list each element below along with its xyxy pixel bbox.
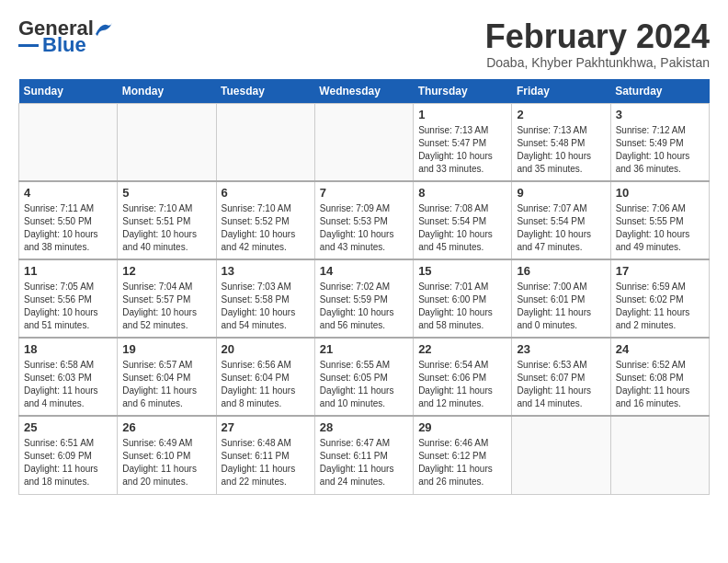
- calendar-cell: 2Sunrise: 7:13 AM Sunset: 5:48 PM Daylig…: [512, 103, 610, 181]
- calendar-cell: 19Sunrise: 6:57 AM Sunset: 6:04 PM Dayli…: [118, 338, 216, 416]
- day-info: Sunrise: 7:11 AM Sunset: 5:50 PM Dayligh…: [24, 202, 112, 254]
- calendar-cell: 4Sunrise: 7:11 AM Sunset: 5:50 PM Daylig…: [19, 181, 118, 259]
- calendar-cell: 9Sunrise: 7:07 AM Sunset: 5:54 PM Daylig…: [512, 181, 610, 259]
- day-number: 10: [616, 186, 704, 200]
- day-info: Sunrise: 7:10 AM Sunset: 5:52 PM Dayligh…: [222, 202, 310, 254]
- day-number: 19: [122, 342, 210, 356]
- calendar-cell: 22Sunrise: 6:54 AM Sunset: 6:06 PM Dayli…: [414, 338, 512, 416]
- calendar-cell: [19, 103, 118, 181]
- day-info: Sunrise: 7:06 AM Sunset: 5:55 PM Dayligh…: [616, 202, 704, 254]
- day-number: 27: [222, 420, 310, 434]
- day-info: Sunrise: 7:01 AM Sunset: 6:00 PM Dayligh…: [418, 281, 506, 332]
- calendar-cell: 18Sunrise: 6:58 AM Sunset: 6:03 PM Dayli…: [19, 338, 118, 416]
- day-number: 4: [24, 186, 112, 200]
- day-info: Sunrise: 6:48 AM Sunset: 6:11 PM Dayligh…: [222, 437, 310, 488]
- calendar-cell: 6Sunrise: 7:10 AM Sunset: 5:52 PM Daylig…: [216, 181, 314, 259]
- day-number: 2: [517, 108, 605, 121]
- calendar-cell: 10Sunrise: 7:06 AM Sunset: 5:55 PM Dayli…: [610, 181, 709, 259]
- weekday-header-row: SundayMondayTuesdayWednesdayThursdayFrid…: [19, 79, 710, 104]
- day-info: Sunrise: 7:04 AM Sunset: 5:57 PM Dayligh…: [122, 281, 210, 332]
- calendar-cell: 28Sunrise: 6:47 AM Sunset: 6:11 PM Dayli…: [314, 416, 413, 494]
- calendar-week-row: 11Sunrise: 7:05 AM Sunset: 5:56 PM Dayli…: [19, 259, 710, 338]
- day-info: Sunrise: 7:12 AM Sunset: 5:49 PM Dayligh…: [616, 124, 704, 176]
- day-info: Sunrise: 6:57 AM Sunset: 6:04 PM Dayligh…: [122, 359, 210, 410]
- day-number: 21: [320, 342, 408, 356]
- weekday-header-saturday: Saturday: [610, 79, 709, 104]
- day-info: Sunrise: 7:13 AM Sunset: 5:48 PM Dayligh…: [517, 124, 605, 176]
- calendar-week-row: 4Sunrise: 7:11 AM Sunset: 5:50 PM Daylig…: [19, 181, 710, 259]
- day-number: 1: [418, 108, 506, 121]
- day-number: 3: [616, 108, 704, 121]
- calendar-cell: 27Sunrise: 6:48 AM Sunset: 6:11 PM Dayli…: [216, 416, 314, 494]
- day-info: Sunrise: 6:55 AM Sunset: 6:05 PM Dayligh…: [320, 359, 408, 410]
- day-info: Sunrise: 6:58 AM Sunset: 6:03 PM Dayligh…: [24, 359, 112, 410]
- day-number: 25: [24, 420, 112, 434]
- day-info: Sunrise: 7:07 AM Sunset: 5:54 PM Dayligh…: [517, 202, 605, 254]
- calendar-cell: [216, 103, 314, 181]
- day-number: 18: [24, 342, 112, 356]
- calendar-cell: 11Sunrise: 7:05 AM Sunset: 5:56 PM Dayli…: [19, 259, 118, 338]
- day-number: 8: [418, 186, 506, 200]
- calendar-cell: 14Sunrise: 7:02 AM Sunset: 5:59 PM Dayli…: [314, 259, 413, 338]
- calendar-cell: 13Sunrise: 7:03 AM Sunset: 5:58 PM Dayli…: [216, 259, 314, 338]
- calendar-cell: 3Sunrise: 7:12 AM Sunset: 5:49 PM Daylig…: [610, 103, 709, 181]
- day-number: 5: [122, 186, 210, 200]
- day-info: Sunrise: 6:49 AM Sunset: 6:10 PM Dayligh…: [122, 437, 210, 488]
- calendar-cell: [118, 103, 216, 181]
- calendar-cell: 15Sunrise: 7:01 AM Sunset: 6:00 PM Dayli…: [414, 259, 512, 338]
- calendar-cell: 12Sunrise: 7:04 AM Sunset: 5:57 PM Dayli…: [118, 259, 216, 338]
- day-number: 7: [320, 186, 408, 200]
- day-info: Sunrise: 7:09 AM Sunset: 5:53 PM Dayligh…: [320, 202, 408, 254]
- weekday-header-friday: Friday: [512, 79, 610, 104]
- calendar-cell: 1Sunrise: 7:13 AM Sunset: 5:47 PM Daylig…: [414, 103, 512, 181]
- day-number: 17: [616, 264, 704, 278]
- day-number: 15: [418, 264, 506, 278]
- day-info: Sunrise: 6:56 AM Sunset: 6:04 PM Dayligh…: [222, 359, 310, 410]
- location-subtitle: Doaba, Khyber Pakhtunkhwa, Pakistan: [485, 55, 710, 70]
- day-number: 9: [517, 186, 605, 200]
- calendar-cell: 17Sunrise: 6:59 AM Sunset: 6:02 PM Dayli…: [610, 259, 709, 338]
- day-info: Sunrise: 6:46 AM Sunset: 6:12 PM Dayligh…: [418, 437, 506, 488]
- weekday-header-thursday: Thursday: [414, 79, 512, 104]
- day-info: Sunrise: 6:52 AM Sunset: 6:08 PM Dayligh…: [616, 359, 704, 410]
- day-number: 11: [24, 264, 112, 278]
- weekday-header-monday: Monday: [118, 79, 216, 104]
- calendar-cell: 26Sunrise: 6:49 AM Sunset: 6:10 PM Dayli…: [118, 416, 216, 494]
- page-header: General Blue February 2024 Doaba, Khyber…: [18, 18, 710, 70]
- calendar-cell: [610, 416, 709, 494]
- day-info: Sunrise: 6:47 AM Sunset: 6:11 PM Dayligh…: [320, 437, 408, 488]
- day-number: 22: [418, 342, 506, 356]
- day-info: Sunrise: 6:59 AM Sunset: 6:02 PM Dayligh…: [616, 281, 704, 332]
- day-info: Sunrise: 7:02 AM Sunset: 5:59 PM Dayligh…: [320, 281, 408, 332]
- day-number: 6: [222, 186, 310, 200]
- day-number: 14: [320, 264, 408, 278]
- day-number: 29: [418, 420, 506, 434]
- calendar-cell: 20Sunrise: 6:56 AM Sunset: 6:04 PM Dayli…: [216, 338, 314, 416]
- weekday-header-tuesday: Tuesday: [216, 79, 314, 104]
- logo-blue: Blue: [42, 35, 86, 55]
- calendar-cell: 25Sunrise: 6:51 AM Sunset: 6:09 PM Dayli…: [19, 416, 118, 494]
- day-info: Sunrise: 6:53 AM Sunset: 6:07 PM Dayligh…: [517, 359, 605, 410]
- day-number: 16: [517, 264, 605, 278]
- calendar-cell: 23Sunrise: 6:53 AM Sunset: 6:07 PM Dayli…: [512, 338, 610, 416]
- calendar-cell: 21Sunrise: 6:55 AM Sunset: 6:05 PM Dayli…: [314, 338, 413, 416]
- day-info: Sunrise: 6:54 AM Sunset: 6:06 PM Dayligh…: [418, 359, 506, 410]
- day-number: 13: [222, 264, 310, 278]
- day-number: 26: [122, 420, 210, 434]
- day-info: Sunrise: 7:10 AM Sunset: 5:51 PM Dayligh…: [122, 202, 210, 254]
- calendar-week-row: 18Sunrise: 6:58 AM Sunset: 6:03 PM Dayli…: [19, 338, 710, 416]
- title-area: February 2024 Doaba, Khyber Pakhtunkhwa,…: [485, 18, 710, 70]
- calendar-cell: 7Sunrise: 7:09 AM Sunset: 5:53 PM Daylig…: [314, 181, 413, 259]
- calendar-week-row: 25Sunrise: 6:51 AM Sunset: 6:09 PM Dayli…: [19, 416, 710, 494]
- calendar-cell: 29Sunrise: 6:46 AM Sunset: 6:12 PM Dayli…: [414, 416, 512, 494]
- day-info: Sunrise: 7:05 AM Sunset: 5:56 PM Dayligh…: [24, 281, 112, 332]
- day-info: Sunrise: 7:00 AM Sunset: 6:01 PM Dayligh…: [517, 281, 605, 332]
- weekday-header-wednesday: Wednesday: [314, 79, 413, 104]
- calendar-week-row: 1Sunrise: 7:13 AM Sunset: 5:47 PM Daylig…: [19, 103, 710, 181]
- calendar-cell: 5Sunrise: 7:10 AM Sunset: 5:51 PM Daylig…: [118, 181, 216, 259]
- calendar-cell: 16Sunrise: 7:00 AM Sunset: 6:01 PM Dayli…: [512, 259, 610, 338]
- day-info: Sunrise: 7:13 AM Sunset: 5:47 PM Dayligh…: [418, 124, 506, 176]
- day-number: 23: [517, 342, 605, 356]
- calendar-table: SundayMondayTuesdayWednesdayThursdayFrid…: [18, 79, 710, 495]
- day-number: 24: [616, 342, 704, 356]
